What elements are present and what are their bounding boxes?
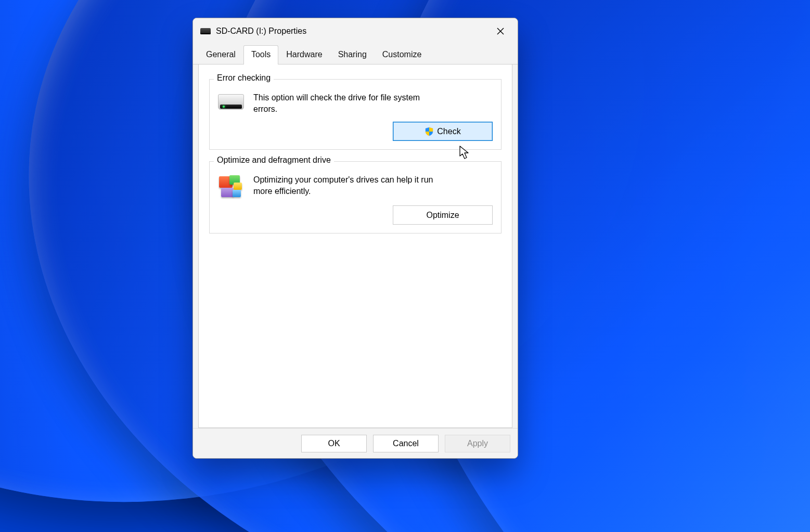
error-checking-text: This option will check the drive for fil… bbox=[253, 92, 441, 114]
check-button[interactable]: Check bbox=[393, 122, 493, 141]
error-checking-group: Error checking This option will check th… bbox=[209, 79, 502, 150]
uac-shield-icon bbox=[425, 127, 434, 136]
tab-sharing[interactable]: Sharing bbox=[330, 45, 375, 64]
ok-button[interactable]: OK bbox=[301, 435, 367, 452]
tab-customize[interactable]: Customize bbox=[375, 45, 430, 64]
cancel-button[interactable]: Cancel bbox=[373, 435, 439, 452]
tab-general[interactable]: General bbox=[198, 45, 243, 64]
window-title: SD-CARD (I:) Properties bbox=[216, 27, 306, 36]
apply-button: Apply bbox=[445, 435, 510, 452]
tab-body: Error checking This option will check th… bbox=[198, 64, 512, 428]
properties-dialog: SD-CARD (I:) Properties General Tools Ha… bbox=[192, 18, 518, 459]
drive-small-icon bbox=[200, 28, 211, 34]
close-button[interactable] bbox=[488, 21, 512, 42]
dialog-action-bar: OK Cancel Apply bbox=[193, 428, 518, 458]
check-button-label: Check bbox=[437, 127, 460, 136]
tab-hardware[interactable]: Hardware bbox=[278, 45, 330, 64]
defrag-icon bbox=[218, 175, 244, 198]
error-checking-legend: Error checking bbox=[214, 73, 274, 83]
optimize-group: Optimize and defragment drive Optimizing… bbox=[209, 161, 502, 233]
optimize-legend: Optimize and defragment drive bbox=[214, 155, 334, 165]
optimize-text: Optimizing your computer's drives can he… bbox=[253, 174, 441, 197]
titlebar[interactable]: SD-CARD (I:) Properties bbox=[193, 18, 518, 44]
tabstrip: General Tools Hardware Sharing Customize bbox=[193, 45, 518, 64]
drive-icon bbox=[218, 94, 244, 110]
optimize-button[interactable]: Optimize bbox=[393, 205, 493, 225]
tab-tools[interactable]: Tools bbox=[243, 45, 278, 64]
optimize-button-label: Optimize bbox=[426, 211, 459, 220]
close-icon bbox=[496, 27, 505, 35]
